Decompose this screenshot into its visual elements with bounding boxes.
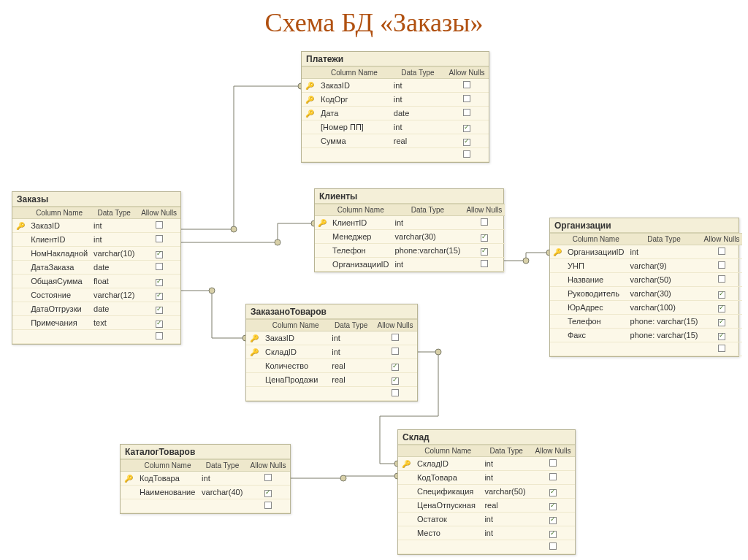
entity-orders[interactable]: ЗаказыColumn NameData TypeAllow Nulls🔑За… bbox=[12, 191, 181, 345]
table-row[interactable]: ДатаЗаказаdate bbox=[12, 261, 180, 275]
table-row[interactable]: 🔑ЗаказIDint bbox=[246, 331, 417, 345]
allow-nulls-checkbox[interactable] bbox=[463, 216, 505, 230]
table-row[interactable]: 🔑КлиентIDint bbox=[315, 216, 505, 230]
table-row[interactable]: ЮрАдресvarchar(100) bbox=[550, 301, 742, 315]
table-row[interactable]: Руководительvarchar(30) bbox=[550, 287, 742, 301]
allow-nulls-checkbox[interactable] bbox=[531, 471, 575, 485]
allow-nulls-checkbox[interactable] bbox=[373, 359, 417, 373]
allow-nulls-checkbox[interactable] bbox=[137, 247, 180, 261]
allow-nulls-checkbox[interactable] bbox=[373, 345, 417, 359]
table-row[interactable]: Менеджерvarchar(30) bbox=[315, 230, 505, 244]
allow-nulls-checkbox[interactable] bbox=[137, 316, 180, 330]
entity-payments[interactable]: ПлатежиColumn NameData TypeAllow Nulls🔑З… bbox=[301, 51, 489, 163]
table-row[interactable]: Примечанияtext bbox=[12, 316, 180, 330]
allow-nulls-checkbox[interactable] bbox=[445, 148, 489, 162]
column-type: int bbox=[391, 79, 445, 93]
table-row[interactable]: 🔑КодОргint bbox=[302, 93, 489, 107]
allow-nulls-checkbox[interactable] bbox=[701, 245, 743, 259]
allow-nulls-checkbox[interactable] bbox=[137, 330, 180, 344]
allow-nulls-checkbox[interactable] bbox=[701, 287, 743, 301]
allow-nulls-checkbox[interactable] bbox=[137, 233, 180, 247]
table-row[interactable]: Остатокint bbox=[398, 513, 575, 526]
table-row[interactable] bbox=[302, 148, 489, 162]
allow-nulls-checkbox[interactable] bbox=[445, 120, 489, 134]
table-row[interactable]: Факсphone: varchar(15) bbox=[550, 329, 742, 342]
table-row[interactable]: Состояниеvarchar(12) bbox=[12, 288, 180, 302]
table-row[interactable]: ОбщаяСуммаfloat bbox=[12, 275, 180, 288]
entity-clients[interactable]: КлиентыColumn NameData TypeAllow Nulls🔑К… bbox=[314, 188, 504, 272]
allow-nulls-checkbox[interactable] bbox=[531, 540, 575, 554]
allow-nulls-checkbox[interactable] bbox=[137, 219, 180, 233]
table-row[interactable]: ЦенаОтпускнаяreal bbox=[398, 499, 575, 513]
table-row[interactable]: ДатаОтгрузкиdate bbox=[12, 302, 180, 316]
table-row[interactable]: ЦенаПродажиreal bbox=[246, 373, 417, 387]
allow-nulls-checkbox[interactable] bbox=[246, 499, 290, 513]
table-row[interactable]: 🔑Датаdate bbox=[302, 107, 489, 120]
allow-nulls-checkbox[interactable] bbox=[445, 93, 489, 107]
svg-point-4 bbox=[523, 258, 529, 264]
allow-nulls-checkbox[interactable] bbox=[137, 288, 180, 302]
column-type: real bbox=[391, 134, 445, 148]
allow-nulls-checkbox[interactable] bbox=[373, 373, 417, 387]
table-row[interactable]: УНПvarchar(9) bbox=[550, 259, 742, 273]
table-row[interactable]: Телефонphone:varchar(15) bbox=[315, 244, 505, 258]
allow-nulls-checkbox[interactable] bbox=[531, 485, 575, 499]
table-row[interactable]: 🔑КодТовараint bbox=[121, 472, 290, 486]
table-row[interactable]: Названиеvarchar(50) bbox=[550, 273, 742, 287]
table-row[interactable]: Количествоreal bbox=[246, 359, 417, 373]
table-row[interactable]: ОрганизацииIDint bbox=[315, 258, 505, 272]
allow-nulls-checkbox[interactable] bbox=[701, 315, 743, 329]
table-row[interactable]: Наименованиеvarchar(40) bbox=[121, 486, 290, 499]
allow-nulls-checkbox[interactable] bbox=[531, 526, 575, 540]
table-row[interactable]: 🔑СкладIDint bbox=[398, 457, 575, 471]
allow-nulls-checkbox[interactable] bbox=[373, 331, 417, 345]
table-row[interactable]: КлиентIDint bbox=[12, 233, 180, 247]
table-row[interactable] bbox=[12, 330, 180, 344]
entity-warehouse[interactable]: СкладColumn NameData TypeAllow Nulls🔑Скл… bbox=[397, 429, 576, 555]
table-row[interactable]: 🔑ОрганизацииIDint bbox=[550, 245, 742, 259]
entity-catalog[interactable]: КаталогТоваровColumn NameData TypeAllow … bbox=[120, 444, 291, 514]
table-row[interactable] bbox=[550, 342, 742, 356]
allow-nulls-checkbox[interactable] bbox=[531, 513, 575, 526]
table-row[interactable]: НомНакладнойvarchar(10) bbox=[12, 247, 180, 261]
table-row[interactable]: Спецификацияvarchar(50) bbox=[398, 485, 575, 499]
allow-nulls-checkbox[interactable] bbox=[701, 259, 743, 273]
allow-nulls-checkbox[interactable] bbox=[701, 342, 743, 356]
table-row[interactable]: 🔑СкладIDint bbox=[246, 345, 417, 359]
key-cell bbox=[12, 330, 28, 344]
table-row[interactable]: КодТовараint bbox=[398, 471, 575, 485]
allow-nulls-checkbox[interactable] bbox=[137, 302, 180, 316]
allow-nulls-checkbox[interactable] bbox=[445, 107, 489, 120]
svg-point-6 bbox=[209, 288, 215, 294]
entity-ordered_goods[interactable]: ЗаказаноТоваровColumn NameData TypeAllow… bbox=[245, 304, 418, 402]
table-row[interactable]: Суммаreal bbox=[302, 134, 489, 148]
allow-nulls-checkbox[interactable] bbox=[531, 457, 575, 471]
table-row[interactable] bbox=[398, 540, 575, 554]
allow-nulls-checkbox[interactable] bbox=[246, 472, 290, 486]
table-row[interactable]: Местоint bbox=[398, 526, 575, 540]
header-data-type: Data Type bbox=[392, 204, 464, 216]
table-row[interactable]: 🔑ЗаказIDint bbox=[12, 219, 180, 233]
allow-nulls-checkbox[interactable] bbox=[445, 134, 489, 148]
key-icon: 🔑 bbox=[12, 219, 28, 233]
allow-nulls-checkbox[interactable] bbox=[373, 387, 417, 401]
table-row[interactable] bbox=[121, 499, 290, 513]
column-type: int bbox=[481, 526, 531, 540]
allow-nulls-checkbox[interactable] bbox=[445, 79, 489, 93]
allow-nulls-checkbox[interactable] bbox=[137, 275, 180, 288]
table-row[interactable] bbox=[246, 387, 417, 401]
allow-nulls-checkbox[interactable] bbox=[531, 499, 575, 513]
allow-nulls-checkbox[interactable] bbox=[463, 230, 505, 244]
allow-nulls-checkbox[interactable] bbox=[463, 258, 505, 272]
table-row[interactable]: 🔑ЗаказIDint bbox=[302, 79, 489, 93]
allow-nulls-checkbox[interactable] bbox=[463, 244, 505, 258]
allow-nulls-checkbox[interactable] bbox=[246, 486, 290, 499]
table-row[interactable]: [Номер ПП]int bbox=[302, 120, 489, 134]
allow-nulls-checkbox[interactable] bbox=[137, 261, 180, 275]
allow-nulls-checkbox[interactable] bbox=[701, 273, 743, 287]
allow-nulls-checkbox[interactable] bbox=[701, 301, 743, 315]
column-type: phone:varchar(15) bbox=[392, 244, 464, 258]
table-row[interactable]: Телефонphone: varchar(15) bbox=[550, 315, 742, 329]
allow-nulls-checkbox[interactable] bbox=[701, 329, 743, 342]
entity-orgs[interactable]: ОрганизацииColumn NameData TypeAllow Nul… bbox=[549, 218, 739, 357]
